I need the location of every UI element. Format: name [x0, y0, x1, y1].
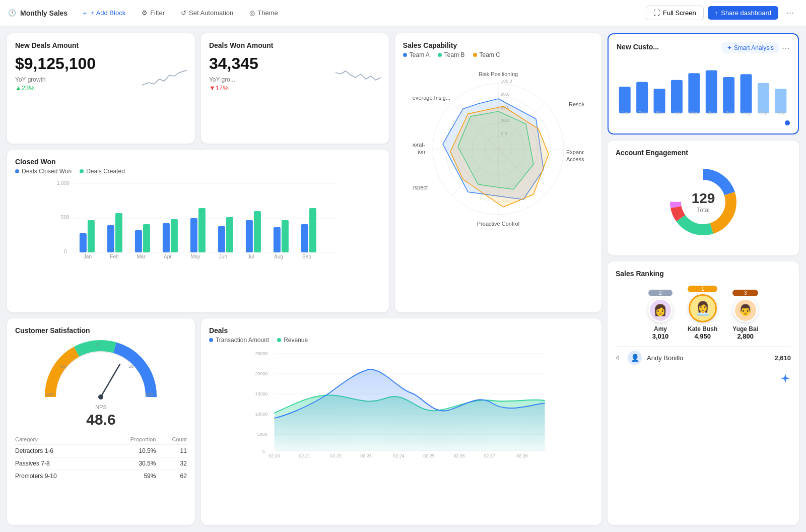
svg-text:500: 500: [61, 215, 70, 220]
new-deals-sparkline: [142, 65, 187, 92]
svg-text:May: May: [190, 254, 200, 259]
csat-table-header: Category Proportion Count: [15, 434, 187, 445]
dashboard: New Deals Amount $9,125,100 YoY growth ▲…: [0, 26, 806, 532]
passives-category: Passives 7-8: [15, 457, 102, 470]
right-column: New Custo... ✦ Smart Analysis ⋯: [608, 33, 799, 525]
svg-rect-60: [301, 224, 308, 252]
deals-won-card: Deals Won Amount 34,345 YoY gro... ▼17%: [201, 33, 389, 144]
svg-text:Proactive Control: Proactive Control: [477, 221, 519, 227]
new-customer-card: New Custo... ✦ Smart Analysis ⋯: [608, 33, 799, 135]
ai-button[interactable]: [780, 373, 791, 385]
header: 🕐 Monthly Sales ＋ + Add Block ⚙ Filter ↺…: [0, 0, 806, 26]
svg-text:100: 100: [145, 392, 153, 397]
promoters-proportion: 59%: [102, 470, 156, 483]
svg-text:Aug: Aug: [742, 110, 750, 115]
svg-line-89: [101, 364, 120, 397]
svg-rect-70: [741, 74, 752, 113]
svg-rect-67: [688, 73, 700, 113]
rank-4-name: Andy Bonillo: [647, 354, 769, 362]
csat-row-promoters: Promoters 9-10 59% 62: [15, 470, 187, 483]
closed-won-chart: 1,000 500 0 Jan Feb Mar: [15, 179, 381, 261]
automation-button[interactable]: ↺ Set Automation: [175, 6, 239, 20]
svg-text:Mar: Mar: [656, 110, 663, 115]
svg-text:0: 0: [262, 449, 264, 454]
rank-2-name: Amy: [648, 325, 673, 332]
more-options-button[interactable]: ···: [782, 6, 798, 20]
svg-rect-37: [88, 220, 95, 252]
filter-button[interactable]: ⚙ Filter: [136, 6, 171, 20]
passives-count: 32: [156, 457, 186, 470]
full-screen-button[interactable]: ⛶ Full Screen: [646, 6, 704, 20]
svg-text:ion: ion: [418, 149, 425, 155]
csat-title: Customer Satisfaction: [15, 326, 187, 335]
svg-text:10000: 10000: [255, 412, 267, 417]
transaction-label: Transaction Amount: [216, 337, 269, 344]
svg-text:Jul: Jul: [726, 110, 731, 115]
detractors-proportion: 10.5%: [102, 445, 156, 457]
automation-icon: ↺: [181, 9, 186, 17]
svg-rect-65: [654, 89, 665, 113]
svg-point-90: [98, 394, 103, 400]
rank-2-person: 2 👩 Amy 3,010: [648, 290, 673, 340]
clock-icon: 🕐: [8, 9, 16, 17]
engagement-total: 129: [692, 190, 715, 207]
svg-rect-72: [775, 89, 786, 113]
new-deals-card: New Deals Amount $9,125,100 YoY growth ▲…: [7, 33, 195, 144]
engagement-donut: 129 Total: [616, 162, 791, 242]
rank-num-4: 4: [616, 354, 623, 362]
theme-button[interactable]: ◎ Theme: [243, 6, 284, 20]
svg-text:Mar: Mar: [137, 254, 146, 259]
svg-rect-46: [171, 219, 178, 252]
svg-text:Expand: Expand: [566, 149, 584, 155]
svg-text:Jun: Jun: [708, 110, 715, 115]
svg-marker-88: [781, 374, 790, 383]
csat-row-detractors: Detractors 1-6 10.5% 11: [15, 445, 187, 457]
deals-legend: Transaction Amount Revenue: [209, 337, 593, 344]
deals-created-label: Deals Created: [86, 168, 125, 175]
ranking-title: Sales Ranking: [616, 270, 791, 278]
svg-text:0: 0: [64, 249, 67, 254]
svg-rect-55: [254, 211, 261, 252]
svg-text:Sep: Sep: [760, 110, 768, 115]
deals-chart: 25000 20000 15000 10000 5000 0: [209, 348, 593, 460]
add-block-button[interactable]: ＋ + Add Block: [76, 6, 131, 21]
col-proportion: Proportion: [102, 434, 156, 445]
share-icon: ↑: [715, 9, 718, 17]
csat-gauge: -100 -50 0 50 100: [15, 337, 187, 402]
svg-rect-48: [190, 218, 197, 252]
promoters-category: Promoters 9-10: [15, 470, 102, 483]
rank-4-value: 2,610: [774, 354, 791, 362]
svg-text:20000: 20000: [255, 371, 267, 376]
theme-icon: ◎: [249, 9, 255, 17]
closed-won-card: Closed Won Deals Closed Won Deals Create…: [7, 150, 389, 313]
promoters-count: 62: [156, 470, 186, 483]
more-options-nc[interactable]: ⋯: [782, 43, 790, 53]
team-a-legend: Team A: [403, 51, 430, 58]
sales-capability-legend: Team A Team B Team C: [403, 51, 593, 58]
svg-text:25000: 25000: [255, 351, 267, 356]
svg-text:02.26: 02.26: [453, 453, 465, 458]
share-dashboard-button[interactable]: ↑ Share dashboard: [708, 6, 778, 20]
deals-won-title: Deals Won Amount: [209, 41, 381, 49]
svg-text:0: 0: [97, 342, 99, 347]
svg-rect-36: [80, 233, 87, 252]
svg-text:1,000: 1,000: [57, 180, 70, 186]
deals-won-sparkline: [335, 65, 381, 92]
smart-icon: ✦: [727, 44, 732, 51]
sales-capability-card: Sales Capability Team A Team B Team C: [395, 33, 601, 312]
revenue-label: Revenue: [284, 337, 308, 344]
deals-created-legend: Deals Created: [80, 168, 125, 175]
donut-center: 129 Total: [692, 190, 715, 214]
svg-text:Feb: Feb: [638, 110, 646, 115]
smart-analysis-button[interactable]: ✦ Smart Analysis: [722, 42, 779, 53]
svg-rect-64: [636, 82, 648, 113]
svg-text:02.24: 02.24: [393, 453, 405, 458]
svg-text:Oct: Oct: [777, 110, 784, 115]
svg-text:Target Prospect: Target Prospect: [413, 184, 428, 190]
svg-text:Access: Access: [566, 156, 584, 162]
svg-text:-50: -50: [59, 364, 66, 369]
radar-chart: 100.0 80.0 60.0 20.0 0.0 Risk Positionin…: [403, 63, 593, 235]
svg-text:Aug: Aug: [274, 254, 283, 259]
team-c-legend: Team C: [473, 51, 500, 58]
svg-text:02.23: 02.23: [360, 453, 372, 458]
